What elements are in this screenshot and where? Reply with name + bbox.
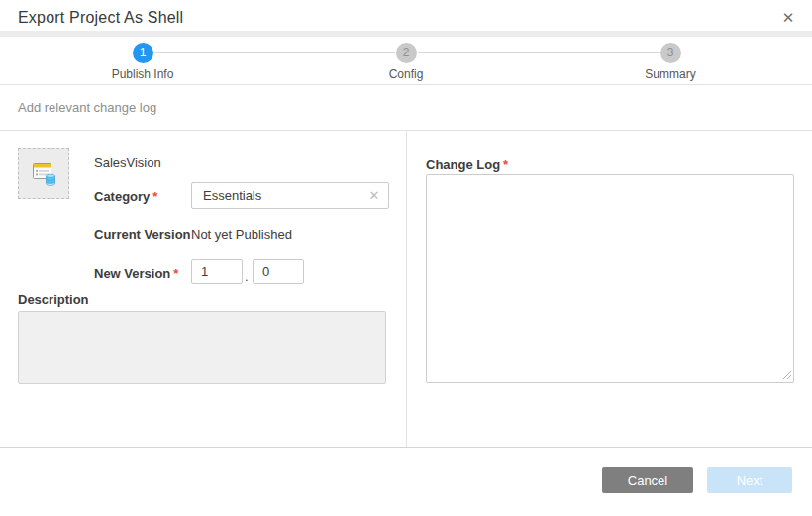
change-log-textarea[interactable] [426, 174, 794, 383]
step-number-badge: 1 [133, 43, 153, 63]
subtitle-bar: Add relevant change log [0, 85, 812, 131]
export-project-dialog: Export Project As Shell ✕ 1 Publish Info… [0, 0, 812, 516]
version-major-input[interactable] [191, 259, 243, 284]
close-icon: ✕ [782, 9, 795, 26]
close-button[interactable]: ✕ [774, 4, 802, 32]
dialog-title-bar: Export Project As Shell ✕ [0, 0, 812, 37]
category-input[interactable] [191, 182, 389, 209]
next-button[interactable]: Next [707, 467, 792, 493]
panel-divider [406, 131, 407, 447]
change-log-label: Change Log* [426, 157, 508, 172]
category-clear-button[interactable]: ✕ [365, 187, 383, 205]
step-number-badge: 3 [660, 43, 681, 63]
wizard-stepper: 1 Publish Info 2 Config 3 Summary [0, 37, 812, 85]
cancel-button[interactable]: Cancel [602, 467, 693, 493]
step-number-badge: 2 [396, 43, 417, 63]
clear-icon: ✕ [369, 188, 380, 203]
dialog-content: SalesVision Category* ✕ Current Version … [0, 131, 812, 447]
step-label: Summary [645, 67, 695, 81]
category-label: Category* [94, 189, 157, 204]
dialog-title: Export Project As Shell [18, 9, 183, 27]
required-asterisk: * [152, 189, 157, 204]
current-version-label: Current Version [94, 227, 191, 242]
description-label: Description [18, 292, 89, 307]
app-shell-icon [29, 158, 58, 188]
description-textarea [18, 311, 386, 384]
project-thumbnail [18, 148, 69, 199]
subtitle-text: Add relevant change log [18, 100, 156, 115]
project-name: SalesVision [94, 155, 161, 170]
new-version-label: New Version* [94, 266, 178, 281]
step-label: Publish Info [112, 67, 174, 81]
required-asterisk: * [173, 266, 178, 281]
step-label: Config [389, 67, 424, 81]
step-publish-info[interactable]: 1 Publish Info [83, 43, 202, 81]
current-version-value: Not yet Published [191, 227, 292, 242]
dialog-footer: Cancel Next [0, 447, 812, 510]
step-config[interactable]: 2 Config [347, 43, 465, 81]
version-minor-input[interactable] [253, 259, 304, 284]
step-summary[interactable]: 3 Summary [611, 43, 730, 81]
version-separator: . [245, 269, 249, 284]
required-asterisk: * [503, 157, 508, 172]
